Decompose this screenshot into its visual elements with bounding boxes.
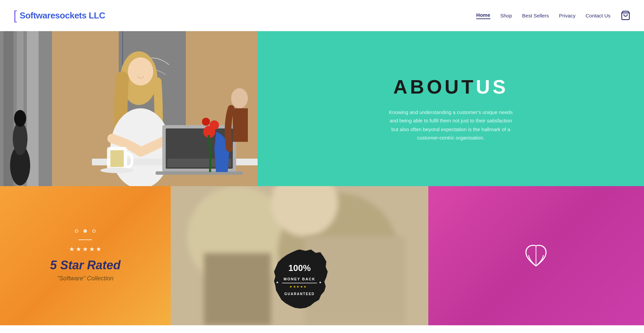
- star-1: ★: [69, 245, 74, 253]
- dash-decoration: [78, 239, 92, 240]
- about-title: ABOUT US: [393, 75, 508, 98]
- nav-item-contact-us[interactable]: Contact Us: [586, 13, 610, 18]
- cafe-image: [52, 31, 258, 186]
- svg-point-27: [231, 88, 248, 108]
- middle-section: ★ ★ 100% MONEY BACK ★ ★ ★ ★ ★ GUARANTEED: [171, 186, 428, 325]
- svg-rect-33: [204, 253, 271, 325]
- nav-item-privacy[interactable]: Privacy: [559, 13, 576, 18]
- svg-text:★: ★: [276, 281, 279, 284]
- svg-text:GUARANTEED: GUARANTEED: [284, 292, 315, 296]
- svg-point-26: [202, 118, 210, 126]
- logo-text: Softwaresockets LLC: [20, 10, 105, 21]
- cafe-svg: [52, 31, 258, 186]
- svg-text:MONEY BACK: MONEY BACK: [283, 277, 315, 281]
- dot-2: [84, 229, 87, 233]
- money-back-badge: ★ ★ 100% MONEY BACK ★ ★ ★ ★ ★ GUARANTEED: [266, 248, 333, 315]
- nav-item-home[interactable]: Home: [476, 12, 490, 19]
- svg-rect-22: [110, 150, 124, 167]
- badge-svg: ★ ★ 100% MONEY BACK ★ ★ ★ ★ ★ GUARANTEED: [266, 248, 333, 315]
- nav: Home Shop Best Sellers Privacy Contact U…: [476, 10, 631, 20]
- svg-text:★ ★ ★ ★ ★: ★ ★ ★ ★ ★: [289, 285, 306, 288]
- svg-point-25: [210, 120, 219, 130]
- logo[interactable]: [ Softwaresockets LLC: [13, 9, 105, 22]
- five-star-section: ★ ★ ★ ★ ★ 5 Star Rated "Software" Collec…: [0, 186, 171, 325]
- gray-strip: [0, 31, 52, 186]
- nav-item-shop[interactable]: Shop: [500, 13, 512, 18]
- svg-rect-5: [40, 31, 49, 186]
- star-4: ★: [89, 245, 95, 253]
- collection-label: "Software" Collection: [57, 275, 113, 282]
- star-3: ★: [83, 245, 88, 253]
- stars-row: ★ ★ ★ ★ ★: [69, 245, 101, 253]
- nav-item-best-sellers[interactable]: Best Sellers: [522, 13, 549, 18]
- star-2: ★: [76, 245, 81, 253]
- five-star-label: 5 Star Rated: [50, 258, 120, 272]
- about-title-black: ABOUT: [393, 75, 476, 98]
- bottom-strip: ★ ★ ★ ★ ★ 5 Star Rated "Software" Collec…: [0, 186, 644, 325]
- gray-bg-svg: [0, 31, 52, 186]
- svg-rect-28: [233, 108, 248, 142]
- dot-3: [92, 229, 96, 233]
- about-section: ABOUT US Knowing and understanding a cus…: [258, 31, 644, 186]
- dots-decoration: [75, 229, 96, 233]
- svg-text:100%: 100%: [288, 263, 311, 273]
- svg-text:★: ★: [319, 281, 322, 284]
- cart-icon[interactable]: [621, 10, 631, 20]
- leaf-icon: [523, 242, 549, 269]
- star-5: ★: [96, 245, 101, 253]
- hero-image-area: [0, 31, 258, 186]
- money-back-badge-container: ★ ★ 100% MONEY BACK ★ ★ ★ ★ ★ GUARANTEED: [266, 248, 333, 315]
- svg-point-8: [14, 110, 26, 127]
- pink-section: [428, 186, 644, 325]
- about-description: Knowing and understanding a customer's u…: [387, 108, 515, 142]
- svg-point-14: [128, 57, 153, 86]
- dot-1: [75, 229, 78, 233]
- about-title-white: US: [476, 75, 508, 98]
- logo-bracket: [: [13, 9, 17, 22]
- svg-point-23: [100, 168, 134, 173]
- hero-section: ABOUT US Knowing and understanding a cus…: [0, 31, 644, 186]
- header: [ Softwaresockets LLC Home Shop Best Sel…: [0, 0, 644, 31]
- svg-rect-19: [156, 171, 243, 175]
